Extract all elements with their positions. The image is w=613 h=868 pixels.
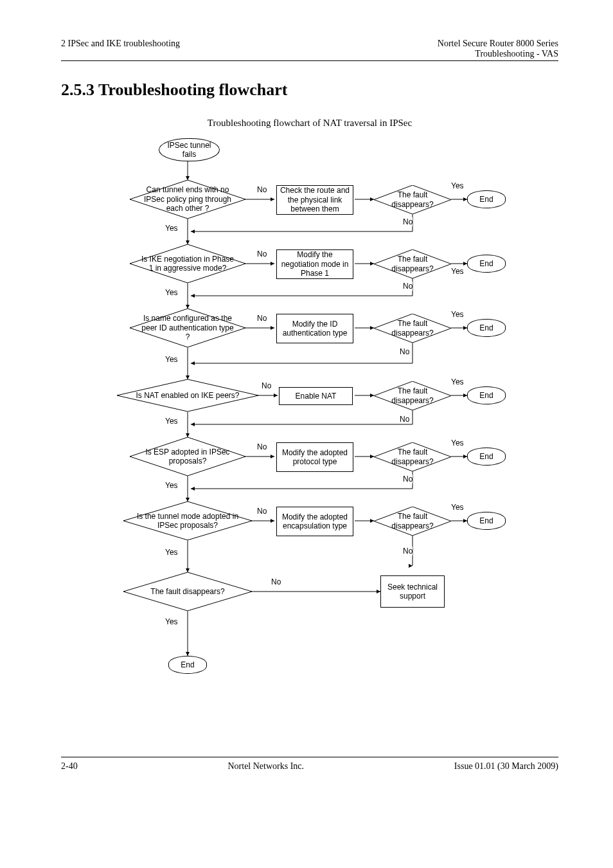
label-yes: Yes <box>165 481 178 490</box>
label-no: No <box>403 475 413 484</box>
label-yes: Yes <box>165 224 178 233</box>
footer-company: Nortel Networks Inc. <box>227 761 304 772</box>
footer-issue: Issue 01.01 (30 March 2009) <box>454 761 558 772</box>
label-yes: Yes <box>451 181 464 190</box>
decision-nat-enabled: Is NAT enabled on IKE peers? <box>117 379 258 411</box>
label-no: No <box>257 314 267 323</box>
label-yes: Yes <box>165 355 178 364</box>
footer-page-number: 2-40 <box>61 761 78 772</box>
label-yes: Yes <box>451 503 464 512</box>
label-yes: Yes <box>451 310 464 319</box>
decision-ike-phase1: Is IKE negotiation in Phase 1 in aggress… <box>130 244 245 283</box>
label-no: No <box>403 547 413 556</box>
section-heading: 2.5.3 Troubleshooting flowchart <box>61 80 558 100</box>
process-modify-id: Modify the ID authentication type <box>276 314 353 343</box>
header-doc: Troubleshooting - VAS <box>438 49 558 59</box>
decision-fault-5: The fault disappears? <box>374 442 451 471</box>
label-no: No <box>257 249 267 258</box>
label-yes: Yes <box>165 548 178 557</box>
label-no: No <box>403 282 413 291</box>
page-header: 2 IPSec and IKE troubleshooting Nortel S… <box>61 39 558 61</box>
end-3: End <box>467 319 506 337</box>
end-2: End <box>467 255 506 273</box>
page-footer: 2-40 Nortel Networks Inc. Issue 01.01 (3… <box>61 757 558 772</box>
label-yes: Yes <box>451 439 464 448</box>
decision-esp: Is ESP adopted in IPSec proposals? <box>130 437 245 476</box>
label-no: No <box>257 185 267 194</box>
start-node: IPSec tunnel fails <box>159 138 220 161</box>
decision-fault-3: The fault disappears? <box>374 314 451 343</box>
process-enable-nat: Enable NAT <box>279 387 353 405</box>
decision-tunnel-mode: Is the tunnel mode adopted in IPSec prop… <box>123 502 252 540</box>
label-no: No <box>400 415 409 424</box>
header-product: Nortel Secure Router 8000 Series <box>438 39 558 49</box>
end-6: End <box>467 512 506 530</box>
label-yes: Yes <box>165 417 178 426</box>
decision-fault-6: The fault disappears? <box>374 507 451 536</box>
decision-fault-1: The fault disappears? <box>374 185 451 214</box>
label-yes: Yes <box>165 288 178 297</box>
process-modify-protocol: Modify the adopted protocol type <box>276 442 353 472</box>
process-check-route: Check the route and the physical link be… <box>276 185 353 215</box>
label-yes: Yes <box>451 377 464 386</box>
end-1: End <box>467 190 506 208</box>
header-left: 2 IPSec and IKE troubleshooting <box>61 39 180 59</box>
label-yes: Yes <box>451 267 464 276</box>
label-no: No <box>257 442 267 451</box>
decision-name-id: Is name configured as the peer ID authen… <box>130 309 245 347</box>
label-no: No <box>403 217 413 226</box>
header-right: Nortel Secure Router 8000 Series Trouble… <box>438 39 558 59</box>
end-5: End <box>467 448 506 466</box>
flowchart: IPSec tunnel fails Can tunnel ends with … <box>111 135 509 714</box>
end-4: End <box>467 386 506 404</box>
label-no: No <box>257 507 267 516</box>
figure-caption: Troubleshooting flowchart of NAT travers… <box>61 118 558 129</box>
decision-fault-4: The fault disappears? <box>374 381 451 410</box>
process-seek-support: Seek technical support <box>380 575 445 608</box>
decision-fault-final: The fault disappears? <box>123 572 252 611</box>
end-final: End <box>168 656 207 674</box>
label-no: No <box>400 347 409 356</box>
process-modify-mode: Modify the negotiation mode in Phase 1 <box>276 249 353 279</box>
decision-fault-2: The fault disappears? <box>374 249 451 278</box>
label-no: No <box>271 577 281 586</box>
label-no: No <box>262 381 271 390</box>
label-yes: Yes <box>165 617 178 626</box>
process-modify-encap: Modify the adopted encapsulation type <box>276 507 353 536</box>
decision-ping: Can tunnel ends with no IPSec policy pin… <box>130 180 245 219</box>
